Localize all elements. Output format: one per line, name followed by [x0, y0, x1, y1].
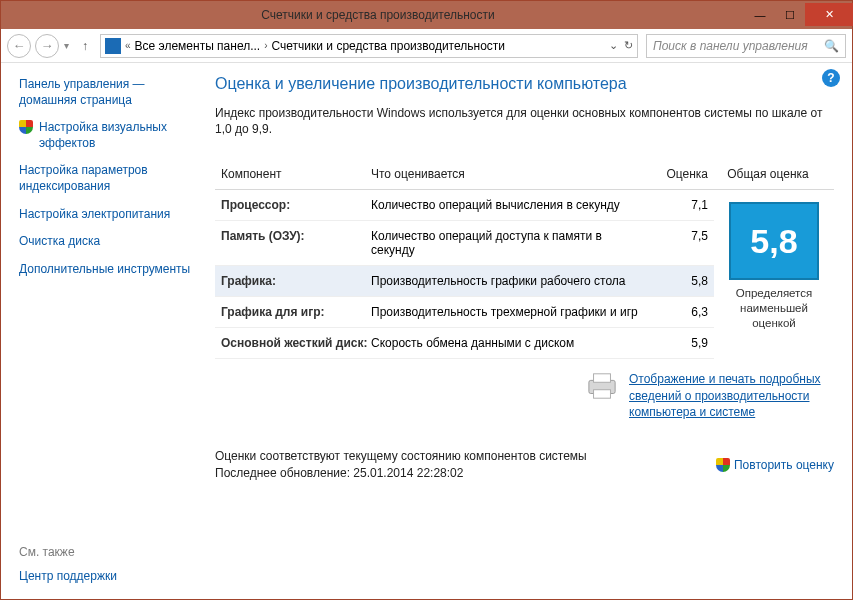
- page-heading: Оценка и увеличение производительности к…: [215, 75, 834, 93]
- th-score: Оценка: [653, 167, 708, 181]
- refresh-button[interactable]: ↻: [624, 39, 633, 52]
- search-icon: 🔍: [824, 39, 839, 53]
- sidebar: Панель управления — домашняя страница На…: [1, 63, 211, 599]
- table-row-lowest: Графика: Производительность графики рабо…: [215, 266, 714, 297]
- address-bar[interactable]: « Все элементы панел... › Счетчики и сре…: [100, 34, 638, 58]
- back-button[interactable]: ←: [7, 34, 31, 58]
- svg-rect-2: [594, 390, 611, 398]
- sidebar-item-visual-effects[interactable]: Настройка визуальных эффектов: [19, 120, 201, 151]
- shield-icon: [19, 120, 33, 134]
- print-details-link[interactable]: Отображение и печать подробных сведений …: [629, 371, 834, 420]
- base-score-caption: Определяется наименьшей оценкой: [718, 286, 830, 331]
- footer-status: Оценки соответствуют текущему состоянию …: [215, 448, 587, 482]
- up-button[interactable]: ↑: [76, 37, 94, 55]
- search-placeholder: Поиск в панели управления: [653, 39, 808, 53]
- see-also-label: См. также: [19, 545, 201, 559]
- content-body: Панель управления — домашняя страница На…: [1, 63, 852, 599]
- table-row: Процессор: Количество операций вычислени…: [215, 190, 714, 221]
- control-panel-icon: [105, 38, 121, 54]
- th-base: Общая оценка: [708, 167, 828, 181]
- window-title: Счетчики и средства производительности: [11, 8, 745, 22]
- sidebar-item-advanced-tools[interactable]: Дополнительные инструменты: [19, 262, 201, 278]
- breadcrumb-item[interactable]: Все элементы панел...: [135, 39, 261, 53]
- window: Счетчики и средства производительности —…: [0, 0, 853, 600]
- page-description: Индекс производительности Windows исполь…: [215, 105, 834, 137]
- maximize-button[interactable]: ☐: [775, 4, 805, 26]
- table-row: Память (ОЗУ): Количество операций доступ…: [215, 221, 714, 266]
- printer-icon: [583, 371, 621, 401]
- table-row: Графика для игр: Производительность трех…: [215, 297, 714, 328]
- sidebar-item-indexing[interactable]: Настройка параметров индексирования: [19, 163, 201, 194]
- search-input[interactable]: Поиск в панели управления 🔍: [646, 34, 846, 58]
- history-dropdown-icon[interactable]: ▾: [64, 40, 69, 51]
- svg-rect-1: [594, 374, 611, 382]
- print-details-row: Отображение и печать подробных сведений …: [215, 371, 834, 420]
- chevron-right-icon[interactable]: «: [125, 40, 131, 51]
- chevron-right-icon[interactable]: ›: [264, 40, 267, 51]
- th-what: Что оценивается: [371, 167, 653, 181]
- footer-row: Оценки соответствуют текущему состоянию …: [215, 448, 834, 482]
- score-table: Компонент Что оценивается Оценка Общая о…: [215, 159, 834, 359]
- main-content: ? Оценка и увеличение производительности…: [211, 63, 852, 599]
- sidebar-item-support[interactable]: Центр поддержки: [19, 569, 201, 585]
- repeat-assessment-link[interactable]: Повторить оценку: [716, 458, 834, 472]
- titlebar[interactable]: Счетчики и средства производительности —…: [1, 1, 852, 29]
- sidebar-home-link[interactable]: Панель управления — домашняя страница: [19, 77, 201, 108]
- navbar: ← → ▾ ↑ « Все элементы панел... › Счетчи…: [1, 29, 852, 63]
- window-controls: — ☐ ✕: [745, 4, 852, 26]
- close-button[interactable]: ✕: [805, 3, 853, 26]
- th-component: Компонент: [221, 167, 371, 181]
- minimize-button[interactable]: —: [745, 4, 775, 26]
- breadcrumb-item[interactable]: Счетчики и средства производительности: [272, 39, 505, 53]
- forward-button[interactable]: →: [35, 34, 59, 58]
- base-score-panel: 5,8 Определяется наименьшей оценкой: [714, 190, 834, 359]
- shield-icon: [716, 458, 730, 472]
- sidebar-item-disk-cleanup[interactable]: Очистка диска: [19, 234, 201, 250]
- base-score-value: 5,8: [729, 202, 819, 280]
- sidebar-item-power[interactable]: Настройка электропитания: [19, 207, 201, 223]
- help-icon[interactable]: ?: [822, 69, 840, 87]
- table-row: Основной жесткий диск: Скорость обмена д…: [215, 328, 714, 359]
- table-header: Компонент Что оценивается Оценка Общая о…: [215, 159, 834, 190]
- address-dropdown-icon[interactable]: ⌄: [609, 39, 618, 52]
